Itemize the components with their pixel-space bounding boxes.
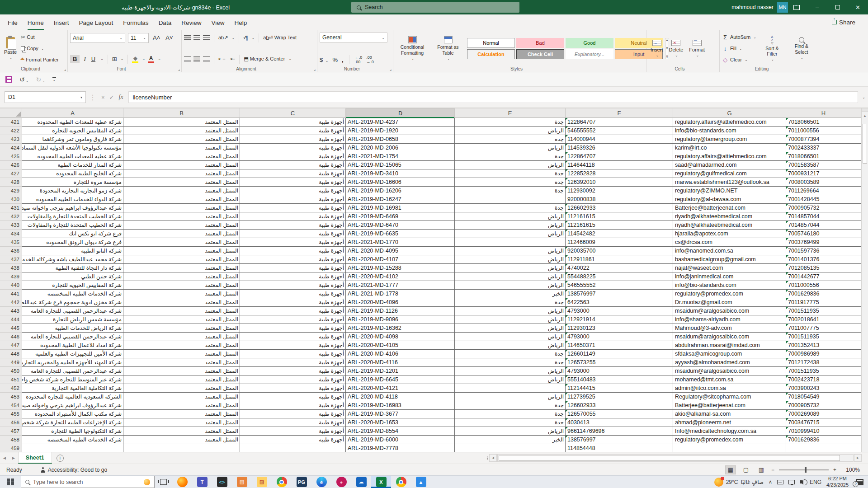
cell-registration-id[interactable]: 7001428445 <box>786 195 861 204</box>
cell-product-type[interactable]: أجهزة طبية <box>240 255 346 264</box>
zoom-out-button[interactable]: − <box>771 467 774 473</box>
network-icon[interactable] <box>788 480 795 484</box>
cell-license-number[interactable]: ARL-2020-MD-4118 <box>346 393 455 401</box>
cell-email[interactable]: regulatory@tamergroup.com <box>673 135 786 144</box>
cell-phone[interactable]: 4793000 <box>566 367 673 375</box>
cell-registration-id[interactable]: 7001442677 <box>786 272 861 281</box>
cell-email[interactable]: Dr.muotaz@gmail.com <box>673 298 786 307</box>
cell-email[interactable]: Batterjee@batterjeenat.com <box>673 401 786 410</box>
cell-representative[interactable]: الممثل المعتمد <box>123 247 240 255</box>
scrollbar-split-handle[interactable] <box>862 108 868 112</box>
cell-license-number[interactable]: ARL-2020-MD-4121 <box>346 384 455 393</box>
horizontal-scrollbar-thumb[interactable] <box>499 455 840 461</box>
cell-representative[interactable]: الممثل المعتمد <box>123 127 240 135</box>
close-button[interactable]: ✕ <box>848 0 868 14</box>
cell-style-bad[interactable]: Bad <box>516 38 564 48</box>
cell-registration-id[interactable]: 7003476715 <box>786 418 861 427</box>
cell-representative[interactable]: الممثل المعتمد <box>123 255 240 264</box>
hidden-icons-chevron[interactable]: ∧ <box>769 479 772 485</box>
cell-phone[interactable]: 112930092 <box>566 187 673 195</box>
taskbar-search-input[interactable]: Type here to search <box>21 476 155 488</box>
cell-phone[interactable]: 4740022 <box>566 264 673 272</box>
cell-company-name[interactable]: شركه الخليج الطبيه المحدوده <box>22 169 123 178</box>
cell-representative[interactable]: الممثل المعتمد <box>123 324 240 333</box>
cell-registration-id[interactable]: 7001511935 <box>786 307 861 315</box>
cell-email[interactable]: abdulrahman.masrai@imdad.com <box>673 341 786 350</box>
cell-license-number[interactable]: ARL-2019-MD-1126 <box>346 307 455 315</box>
font-color-button[interactable]: A <box>148 56 154 63</box>
cell-product-type[interactable]: أجهزة طبية <box>240 358 346 367</box>
cell-email[interactable]: ahmad@pioneerm.net <box>673 418 786 427</box>
cell-phone[interactable]: 126601149 <box>566 350 673 358</box>
decrease-indent-button[interactable]: ⇤≡ <box>218 56 226 62</box>
cell-representative[interactable]: الممثل المعتمد <box>123 410 240 418</box>
cell-company-name[interactable]: شركة الخطيب المتحدة للتجارة والمقاولات <box>22 212 123 221</box>
column-header-G[interactable]: G <box>673 108 786 117</box>
cell-phone[interactable]: 126602933 <box>566 401 673 410</box>
increase-decimal-button[interactable]: ←.0.00 <box>355 55 363 64</box>
cell-license-number[interactable]: ARL-2019-MD-9096 <box>346 315 455 324</box>
cell-license-number[interactable]: ARL-2019-MD-3410 <box>346 169 455 178</box>
cell-registration-id[interactable]: 7018066501 <box>786 118 861 127</box>
cell-company-name[interactable]: شركة عطيه للمعدات الطبيه المحدوده <box>22 118 123 127</box>
cell-representative[interactable]: الممثل المعتمد <box>123 230 240 238</box>
cell-company-name[interactable]: شركة فاروق ومامون تمر وشركاهما <box>22 135 123 144</box>
cell-phone[interactable]: 112911861 <box>566 255 673 264</box>
font-family-select[interactable]: Arial⌄ <box>70 33 125 43</box>
orientation-button[interactable]: ab↗ <box>218 35 228 41</box>
cell-license-number[interactable]: ARL-2019-MD-16206 <box>346 187 455 195</box>
row-header[interactable]: 447 <box>0 341 22 350</box>
cell-phone[interactable]: 546555552 <box>566 127 673 135</box>
cell-registration-id[interactable]: 7003769499 <box>786 238 861 247</box>
cell-phone[interactable]: 112144415 <box>566 384 673 393</box>
cell-city[interactable]: جدة <box>455 358 566 367</box>
cell-license-number[interactable]: ARL-2019-MD-1201 <box>346 367 455 375</box>
cell-city[interactable]: الرياض <box>455 221 566 230</box>
cell-license-number[interactable]: ARL-2019-MD-16247 <box>346 195 455 204</box>
cell-product-type[interactable]: أجهزة طبية <box>240 384 346 393</box>
cell-city[interactable]: جدة <box>455 118 566 127</box>
cell-product-type[interactable]: أجهزة طبية <box>240 307 346 315</box>
cell-phone[interactable]: 966114769696 <box>566 427 673 436</box>
cell-company-name[interactable]: شركة الإختراعات الطبيه للتجارة شركة شخص … <box>22 418 123 427</box>
cell-company-name[interactable]: فرع شركة ابو تكس انك <box>22 230 123 238</box>
customize-qat-icon[interactable]: ⌄ <box>52 77 56 82</box>
cell-email[interactable]: msaidum@aralgosaibico.com <box>673 333 786 341</box>
menu-tab-data[interactable]: Data <box>154 16 177 29</box>
cell-email[interactable]: regulatory@al-dawaa.com <box>673 195 786 204</box>
cell-phone[interactable]: 114000944 <box>566 135 673 144</box>
number-dialog-launcher[interactable]: ⌟ <box>390 67 392 71</box>
cell-email[interactable]: info@nanomed.com.sa <box>673 247 786 255</box>
cell-city[interactable]: الرياض <box>455 393 566 401</box>
percent-style-button[interactable]: % <box>333 56 338 63</box>
cell-product-type[interactable]: أجهزة طبية <box>240 393 346 401</box>
undo-button[interactable]: ↺⌄ <box>19 76 28 83</box>
cell-city[interactable]: جدة <box>455 204 566 212</box>
cell-product-type[interactable]: أجهزة طبية <box>240 367 346 375</box>
taskbar-photos-icon[interactable]: ▲ <box>411 476 431 488</box>
cell-registration-id[interactable]: 7000905732 <box>786 401 861 410</box>
cell-registration-id[interactable]: 7018066501 <box>786 152 861 161</box>
cell-email[interactable]: riyadh@alkhateebmedical.com <box>673 212 786 221</box>
cell-registration-id[interactable]: 7002018641 <box>786 315 861 324</box>
cell-phone[interactable]: 126570055 <box>566 410 673 418</box>
menu-tab-help[interactable]: Help <box>229 16 252 29</box>
menu-tab-page-layout[interactable]: Page Layout <box>74 16 118 29</box>
cell-product-type[interactable]: أجهزة طبية <box>240 375 346 384</box>
language-indicator[interactable]: ENG <box>810 479 821 485</box>
cell-company-name[interactable]: شركة المقاييس الحيويه للتجاره <box>22 127 123 135</box>
cell-email[interactable]: cs@drcsa.com <box>673 238 786 247</box>
bold-button[interactable]: B <box>70 55 80 63</box>
vertical-scrollbar[interactable]: ▲ <box>861 108 868 452</box>
cell-phone[interactable]: 4793000 <box>566 333 673 341</box>
row-header[interactable]: 436 <box>0 247 22 255</box>
cell-representative[interactable]: الممثل المعتمد <box>123 290 240 298</box>
cell-city[interactable]: الرياض <box>455 281 566 290</box>
cell-registration-id[interactable]: 7003900243 <box>786 384 861 393</box>
row-header[interactable]: 448 <box>0 350 22 358</box>
row-header[interactable]: 452 <box>0 384 22 393</box>
avatar[interactable]: MN <box>777 2 788 13</box>
cell-email[interactable]: Info@medicaltechnology.com.sa <box>673 427 786 436</box>
row-header[interactable]: 459 <box>0 444 22 452</box>
cell-city[interactable]: جدة <box>455 350 566 358</box>
